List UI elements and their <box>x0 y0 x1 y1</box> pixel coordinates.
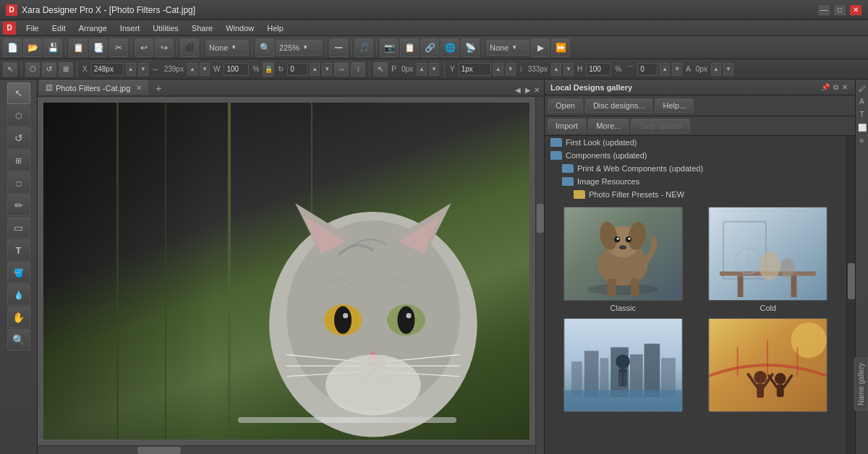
menu-file[interactable]: File <box>20 22 45 34</box>
gallery-import-button[interactable]: Import <box>548 119 586 133</box>
gallery-help-button[interactable]: Help... <box>655 98 694 113</box>
sidebar-icon-3[interactable]: T <box>856 108 868 120</box>
link-button[interactable]: 🔗 <box>420 38 439 57</box>
zoom-glass[interactable]: 🔍 <box>255 38 274 57</box>
gallery-stop-update-button[interactable]: Stop update <box>631 119 689 133</box>
gallery-float-button[interactable]: ⧉ <box>833 83 838 92</box>
menu-arrange[interactable]: Arrange <box>73 22 113 34</box>
push-tool[interactable]: ✋ <box>7 307 30 328</box>
rectangle-tool[interactable]: ▭ <box>7 217 30 239</box>
menu-edit[interactable]: Edit <box>46 22 72 34</box>
minimize-button[interactable]: — <box>817 4 830 16</box>
menu-share[interactable]: Share <box>186 22 218 34</box>
play-button[interactable]: ▶ <box>531 38 550 57</box>
rot-input[interactable] <box>287 63 307 76</box>
menu-utilities[interactable]: Utilities <box>147 22 184 34</box>
move-tool[interactable]: ↖ <box>373 62 388 77</box>
gallery-open-button[interactable]: Open <box>548 98 583 113</box>
rotate-btn[interactable]: ↺ <box>42 62 56 77</box>
clipboard-button[interactable]: 📋 <box>400 38 419 57</box>
broadcast-button[interactable]: 📡 <box>461 38 480 57</box>
zoom-dropdown[interactable]: 225% ▼ <box>276 40 323 56</box>
canvas-tab-photo[interactable]: 🖼 Photo Filters -Cat.jpg ✕ <box>39 80 148 95</box>
magnify-tool[interactable]: 🔍 <box>7 329 30 351</box>
open-button[interactable]: 📂 <box>23 38 42 57</box>
gallery-disc-designs-button[interactable]: Disc designs... <box>585 98 653 113</box>
transform-button[interactable]: ⬛ <box>180 38 199 57</box>
x-up[interactable]: ▲ <box>126 63 136 76</box>
a-down[interactable]: ▼ <box>723 63 733 76</box>
copy-button[interactable]: 📋 <box>69 38 88 57</box>
y-input[interactable] <box>459 63 491 76</box>
menu-window[interactable]: Window <box>220 22 260 34</box>
x-input[interactable] <box>91 63 124 76</box>
lock-ratio[interactable]: 🔒 <box>263 62 274 77</box>
gallery-more-button[interactable]: More... <box>588 119 629 133</box>
name-gallery-tab[interactable]: Name gallery <box>854 358 868 411</box>
close-button[interactable]: ✕ <box>849 4 862 16</box>
audio-button[interactable]: 🎵 <box>354 38 373 57</box>
skew-input[interactable] <box>637 63 658 76</box>
w-down[interactable]: ▼ <box>200 63 210 76</box>
canvas-vscroll-thumb[interactable] <box>537 204 544 233</box>
sidebar-icon-2[interactable]: A <box>856 95 868 107</box>
thumb-cold[interactable]: Cold <box>699 207 838 312</box>
thumb-city[interactable]: City <box>553 318 693 424</box>
x-down[interactable]: ▼ <box>138 63 148 76</box>
menu-help[interactable]: Help <box>261 22 289 34</box>
flip-h[interactable]: ↔ <box>334 62 349 77</box>
rotate-tool[interactable]: ↺ <box>7 127 30 149</box>
a-up[interactable]: ▲ <box>711 63 721 76</box>
selector-tool[interactable]: ↖ <box>7 82 30 104</box>
rot-down[interactable]: ▼ <box>322 63 332 76</box>
skew-down[interactable]: ▼ <box>672 63 682 76</box>
new-tab-button[interactable]: + <box>151 81 166 95</box>
w-input[interactable] <box>224 63 249 76</box>
y-down[interactable]: ▼ <box>506 63 516 76</box>
tab-scroll-left[interactable]: ◀ <box>514 85 522 95</box>
h-down[interactable]: ▼ <box>563 63 574 76</box>
zoom-tool-btn[interactable]: ⊞ <box>7 150 30 171</box>
canvas-vertical-scrollbar[interactable] <box>535 97 544 454</box>
cut-button[interactable]: ✂ <box>109 38 128 57</box>
fill-dropdown[interactable]: None ▼ <box>205 40 249 56</box>
gallery-pin-button[interactable]: 📌 <box>820 82 831 93</box>
dropper-tool[interactable]: 💧 <box>7 284 30 306</box>
menu-insert[interactable]: Insert <box>114 22 146 34</box>
sidebar-icon-1[interactable]: 🖊 <box>856 82 868 94</box>
thumb-golden[interactable]: Golden <box>699 318 838 424</box>
rot-up[interactable]: ▲ <box>310 63 320 76</box>
h-input[interactable] <box>586 63 611 76</box>
erase-tool[interactable]: ◻ <box>7 172 30 194</box>
tree-item-image-resources[interactable]: Image Resources <box>545 175 846 188</box>
thumb-classic[interactable]: Classic <box>553 207 693 312</box>
paste-button[interactable]: 📑 <box>89 38 108 57</box>
tree-item-components[interactable]: Components (updated) <box>545 149 846 162</box>
gallery-scroll-thumb[interactable] <box>848 263 855 299</box>
line-tool[interactable]: ━━ <box>329 38 348 57</box>
forward-button[interactable]: ⏩ <box>551 38 570 57</box>
selector-tool-small[interactable]: ↖ <box>3 62 17 77</box>
p-down[interactable]: ▼ <box>429 63 439 76</box>
tree-item-photo-filter[interactable]: Photo Filter Presets - NEW <box>545 188 846 201</box>
gallery-close-button[interactable]: ✕ <box>841 82 849 93</box>
canvas-hscroll-thumb[interactable] <box>137 447 181 454</box>
node-btn[interactable]: ⬡ <box>25 62 40 77</box>
flip-v[interactable]: ↕ <box>351 62 365 77</box>
pencil-tool[interactable]: ✏ <box>7 194 30 216</box>
h-up[interactable]: ▲ <box>551 63 561 76</box>
tab-close-button[interactable]: ✕ <box>136 84 142 92</box>
node-edit-tool[interactable]: ⬡ <box>7 105 30 127</box>
p-up[interactable]: ▲ <box>417 63 427 76</box>
tree-item-print-web[interactable]: Print & Web Components (updated) <box>545 162 846 175</box>
photo-button[interactable]: 📷 <box>380 38 399 57</box>
new-button[interactable]: 📄 <box>3 38 22 57</box>
text-tool[interactable]: T <box>7 239 30 261</box>
tab-scroll-right[interactable]: ▶ <box>524 85 532 95</box>
tree-item-first-look[interactable]: First Look (updated) <box>545 136 846 149</box>
style-dropdown[interactable]: None ▼ <box>486 40 529 56</box>
undo-button[interactable]: ↩ <box>135 38 153 57</box>
redo-button[interactable]: ↪ <box>155 38 174 57</box>
sidebar-icon-5[interactable]: ≡ <box>856 134 868 146</box>
y-up[interactable]: ▲ <box>493 63 503 76</box>
